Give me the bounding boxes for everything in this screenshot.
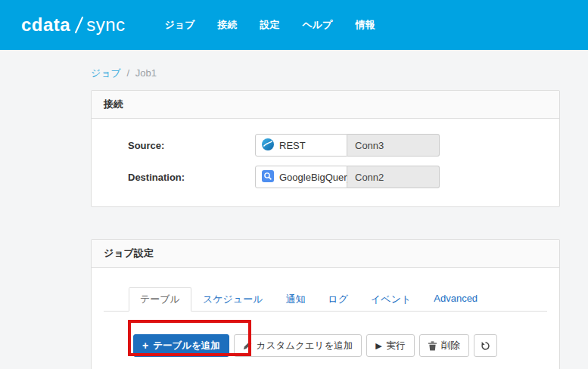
top-nav: cdata sync ジョブ 接続 設定 ヘルプ 情報 xyxy=(0,0,588,50)
connection-panel-body: Source: xyxy=(92,119,559,206)
add-table-button[interactable]: + テーブルを追加 xyxy=(133,334,229,357)
nav-item-jobs[interactable]: ジョブ xyxy=(165,18,195,32)
connection-panel-title: 接続 xyxy=(92,91,559,119)
breadcrumb: ジョブ / Job1 xyxy=(91,67,588,80)
destination-connector-button[interactable]: GoogleBigQuery xyxy=(255,166,347,188)
nav-item-connections[interactable]: 接続 xyxy=(217,18,237,32)
brand-logo[interactable]: cdata sync xyxy=(21,14,126,36)
job-settings-body: テーブル スケジュール 通知 ログ イベント Advanced + テーブルを追… xyxy=(92,268,559,369)
main-nav: ジョブ 接続 設定 ヘルプ 情報 xyxy=(165,18,375,32)
page: cdata sync ジョブ 接続 設定 ヘルプ 情報 ジョブ / Job1 接… xyxy=(0,0,588,369)
nav-item-settings[interactable]: 設定 xyxy=(260,18,279,32)
tab-notifications[interactable]: 通知 xyxy=(274,287,316,312)
destination-label: Destination: xyxy=(104,172,255,183)
destination-connection-name: Conn2 xyxy=(347,166,440,188)
breadcrumb-separator: / xyxy=(127,67,130,79)
source-connector-button[interactable]: REST xyxy=(255,134,347,157)
breadcrumb-current: Job1 xyxy=(135,67,157,79)
cloud-swoosh-icon xyxy=(74,16,84,34)
play-icon: ▶ xyxy=(375,342,381,350)
destination-input-group: GoogleBigQuery Conn2 xyxy=(255,166,440,188)
destination-connector-name: GoogleBigQuery xyxy=(279,172,352,183)
main-content: ジョブ / Job1 接続 Source: xyxy=(0,50,588,369)
brand-cdata-text: cdata xyxy=(21,14,70,36)
tables-toolbar: + テーブルを追加 カスタムクエリを追加 ▶ 実行 xyxy=(133,334,547,357)
trash-icon xyxy=(428,341,437,351)
tab-advanced[interactable]: Advanced xyxy=(422,287,489,312)
job-settings-title: ジョブ設定 xyxy=(92,240,559,268)
brand-sync-text: sync xyxy=(86,14,125,36)
source-label: Source: xyxy=(104,140,255,151)
tab-events[interactable]: イベント xyxy=(359,287,422,312)
nav-item-info[interactable]: 情報 xyxy=(355,18,375,32)
refresh-button[interactable] xyxy=(474,334,497,357)
nav-item-help[interactable]: ヘルプ xyxy=(302,18,332,32)
tab-schedule[interactable]: スケジュール xyxy=(191,287,275,312)
delete-button[interactable]: 削除 xyxy=(419,334,469,357)
connection-panel: 接続 Source: xyxy=(91,90,560,207)
source-connector-name: REST xyxy=(279,140,306,151)
tab-tables[interactable]: テーブル xyxy=(129,287,191,312)
bigquery-connector-icon xyxy=(262,170,274,184)
run-button[interactable]: ▶ 実行 xyxy=(366,334,414,357)
destination-row: Destination: GoogleBigQuery xyxy=(104,166,547,188)
job-settings-tabs: テーブル スケジュール 通知 ログ イベント Advanced xyxy=(104,287,547,312)
pencil-icon xyxy=(243,341,252,350)
rest-connector-icon xyxy=(262,138,274,153)
tab-logs[interactable]: ログ xyxy=(316,287,359,312)
refresh-icon xyxy=(481,341,490,351)
job-settings-panel: ジョブ設定 テーブル スケジュール 通知 ログ イベント Advanced + … xyxy=(91,239,560,369)
source-row: Source: xyxy=(104,134,547,157)
plus-icon: + xyxy=(142,340,148,351)
breadcrumb-jobs-link[interactable]: ジョブ xyxy=(91,67,121,79)
source-connection-name: Conn3 xyxy=(347,134,440,157)
source-input-group: REST Conn3 xyxy=(255,134,440,157)
add-custom-query-button[interactable]: カスタムクエリを追加 xyxy=(234,334,362,357)
